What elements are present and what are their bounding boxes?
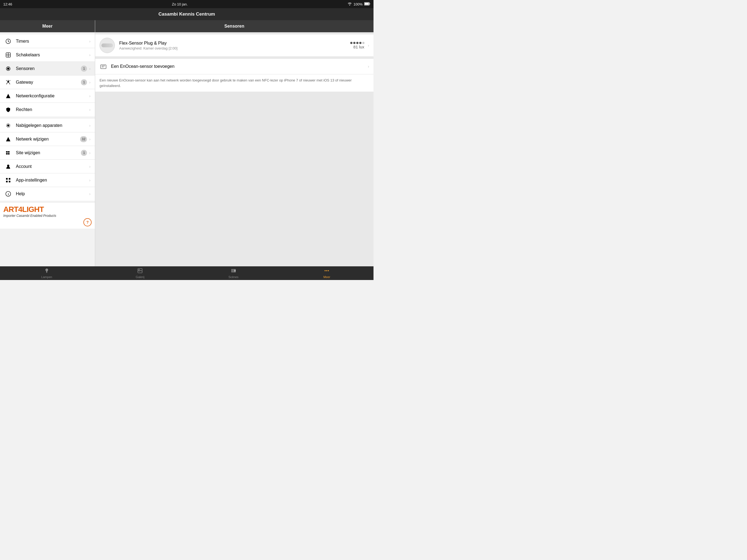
sidebar-item-app-instellingen[interactable]: App-instellingen ›: [0, 173, 95, 187]
svg-rect-26: [46, 272, 47, 272]
more-icon: [324, 268, 330, 275]
svg-text:i: i: [8, 193, 9, 196]
chevron-icon: ›: [89, 53, 91, 57]
sidebar-item-netwerk-wijzigen[interactable]: Netwerk wijzigen 32 ›: [0, 132, 95, 146]
site-icon: [4, 149, 12, 157]
svg-rect-25: [101, 65, 106, 69]
tab-scenes-label: Scènes: [228, 275, 238, 279]
right-panel-header: Sensoren: [95, 20, 374, 32]
sidebar: Meer Timers ›: [0, 20, 95, 266]
svg-point-18: [7, 164, 9, 167]
status-day: Zo 10 jan.: [172, 2, 188, 6]
enocean-icon: [100, 62, 107, 70]
gateway-badge: 1: [81, 79, 87, 85]
svg-rect-19: [6, 178, 8, 180]
sidebar-group-2: Nabijgelegen apparaten › Netwerk wijzige…: [0, 119, 95, 201]
svg-point-9: [7, 81, 9, 82]
dot-4: [359, 42, 361, 44]
add-enocean-description: Een nieuwe EnOcean-sensor kan aan het ne…: [95, 74, 374, 92]
netwerkconfiguratie-label: Netwerkconfiguratie: [16, 94, 89, 98]
switch-icon: [4, 51, 12, 59]
sidebar-item-sensoren[interactable]: Sensoren 1 ›: [0, 62, 95, 75]
sidebar-item-netwerkconfiguratie[interactable]: Netwerkconfiguratie ›: [0, 89, 95, 103]
netwerk-wijzigen-badge: 32: [80, 136, 87, 142]
sidebar-item-schakelaars[interactable]: Schakelaars ›: [0, 48, 95, 62]
add-sensor-section: Een EnOcean-sensor toevoegen › Een nieuw…: [95, 59, 374, 92]
site-wijzigen-badge: 1: [81, 150, 87, 156]
netwerk-wijzigen-label: Netwerk wijzigen: [16, 137, 80, 142]
sidebar-item-help[interactable]: i Help ›: [0, 187, 95, 201]
svg-marker-10: [6, 94, 10, 98]
svg-rect-1: [370, 3, 370, 4]
status-time: 12:46: [3, 2, 12, 6]
tab-galerij[interactable]: Galerij: [94, 268, 187, 279]
app-title: Casambi Kennis Centrum: [159, 11, 215, 17]
chevron-icon: ›: [89, 80, 91, 84]
dot-3: [356, 42, 358, 44]
wifi-icon: [347, 2, 352, 6]
svg-rect-2: [365, 3, 369, 5]
tab-scenes[interactable]: Scènes: [187, 268, 280, 279]
sensor-info: Flex-Sensor Plug & Play Aanwezigheid: Ka…: [119, 41, 350, 50]
logo-subtitle: Importer Casambi Enabled Products: [3, 214, 92, 218]
sensor-name: Flex-Sensor Plug & Play: [119, 41, 350, 46]
person-icon: [4, 163, 12, 170]
chevron-icon: ›: [89, 123, 91, 128]
sidebar-item-rechten[interactable]: Rechten ›: [0, 103, 95, 117]
sensor-right: 81 lux ›: [350, 42, 369, 49]
svg-point-35: [328, 270, 329, 271]
tab-bar: Lampen Galerij Scènes: [0, 266, 374, 280]
svg-rect-22: [9, 181, 10, 182]
tab-galerij-label: Galerij: [136, 275, 145, 279]
add-enocean-label: Een EnOcean-sensor toevoegen: [111, 64, 368, 69]
sidebar-item-site-wijzigen[interactable]: Site wijzigen 1 ›: [0, 146, 95, 160]
info-icon: i: [4, 190, 12, 198]
section-gap: [95, 57, 374, 59]
chevron-icon: ›: [89, 39, 91, 44]
schakelaars-label: Schakelaars: [16, 52, 89, 57]
tab-meer[interactable]: Meer: [280, 268, 374, 279]
logo-art4light: ART4LIGHT: [3, 205, 92, 214]
sensor-item-flex[interactable]: Flex-Sensor Plug & Play Aanwezigheid: Ka…: [95, 34, 374, 56]
add-enocean-item[interactable]: Een EnOcean-sensor toevoegen ›: [95, 59, 374, 74]
battery-icon: [364, 2, 370, 6]
sidebar-item-account[interactable]: Account ›: [0, 160, 95, 173]
svg-point-29: [138, 269, 139, 270]
grid-icon: [4, 176, 12, 184]
lamp-icon: [44, 268, 50, 275]
tab-lampen[interactable]: Lampen: [0, 268, 94, 279]
sensoren-badge: 1: [81, 66, 87, 72]
sidebar-group-1: Timers › Schakelaars ›: [0, 34, 95, 117]
svg-rect-17: [8, 153, 9, 154]
right-panel-content: Flex-Sensor Plug & Play Aanwezigheid: Ka…: [95, 32, 374, 266]
sidebar-item-gateway[interactable]: Gateway 1 ›: [0, 75, 95, 89]
dot-5: [362, 42, 364, 44]
svg-point-33: [325, 270, 326, 271]
svg-rect-20: [9, 178, 10, 180]
tab-lampen-label: Lampen: [41, 275, 52, 279]
sidebar-header: Meer: [0, 20, 95, 32]
network-change-icon: [4, 135, 12, 143]
timers-label: Timers: [16, 39, 89, 44]
chevron-icon: ›: [89, 67, 91, 71]
logo-area: ART4LIGHT Importer Casambi Enabled Produ…: [0, 203, 95, 229]
dot-2: [353, 42, 356, 44]
help-circle-button[interactable]: ?: [83, 218, 92, 226]
svg-rect-27: [46, 272, 47, 273]
add-enocean-chevron: ›: [368, 64, 369, 69]
sidebar-item-nabijgelegen[interactable]: Nabijgelegen apparaten ›: [0, 119, 95, 132]
sensor-dots: [350, 42, 364, 44]
title-bar: Casambi Kennis Centrum: [0, 8, 374, 20]
network-icon: [4, 92, 12, 100]
scenes-icon: [231, 268, 236, 275]
nabijgelegen-label: Nabijgelegen apparaten: [16, 123, 89, 128]
gallery-icon: [137, 268, 143, 275]
sensor-icon: [4, 65, 12, 73]
sidebar-item-timers[interactable]: Timers ›: [0, 34, 95, 48]
dot-1: [350, 42, 353, 44]
tab-meer-label: Meer: [324, 275, 330, 279]
chevron-icon: ›: [89, 192, 91, 196]
shield-icon: [4, 106, 12, 113]
svg-rect-21: [6, 181, 8, 182]
sensor-sub: Aanwezigheid: Kamer overdag [2:00]: [119, 46, 350, 50]
